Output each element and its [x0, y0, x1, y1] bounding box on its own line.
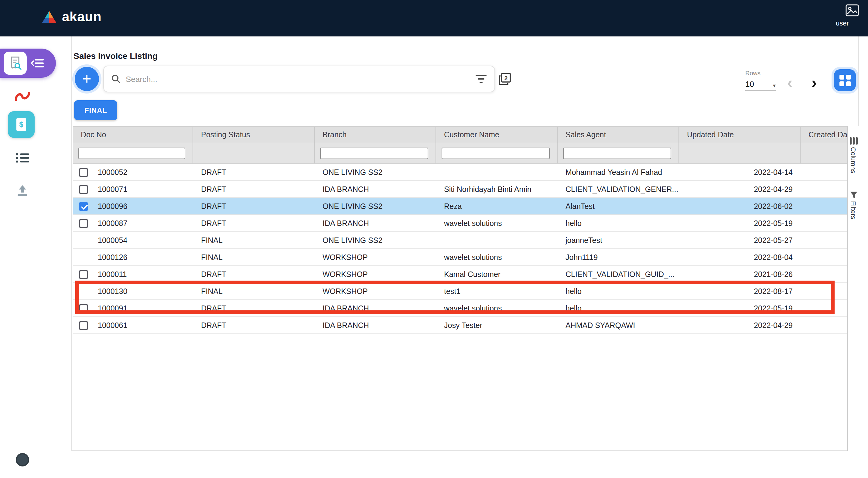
- columns-icon: [849, 137, 857, 145]
- doc-no-cell: 1000096: [73, 198, 193, 214]
- filter-input-customer-name[interactable]: [442, 148, 550, 159]
- customer-name-cell: Siti Norhidayah Binti Amin: [436, 181, 558, 197]
- row-checkbox[interactable]: [79, 185, 88, 194]
- pdf-icon: [14, 88, 31, 104]
- row-checkbox[interactable]: [79, 168, 88, 177]
- sidebar-item-sales-invoice-active[interactable]: $: [8, 111, 35, 138]
- row-checkbox-checked[interactable]: [79, 202, 88, 211]
- posting-status-cell: FINAL: [193, 283, 315, 299]
- updated-date-cell: 2021-08-26: [679, 266, 801, 282]
- created-date-cell: [801, 317, 847, 333]
- sidebar-item-upload[interactable]: [0, 185, 44, 197]
- updated-date-cell: 2022-04-29: [679, 181, 801, 197]
- search-input[interactable]: [126, 74, 470, 84]
- table-row-1000011[interactable]: 1000011DRAFTWORKSHOPKamal CustomerCLIENT…: [73, 266, 847, 283]
- filter-cell-sales-agent: [558, 144, 679, 163]
- filter-cell-updated-date: [679, 144, 801, 163]
- columns-panel-toggle[interactable]: Columns: [849, 137, 857, 173]
- brand-name: akaun: [62, 9, 101, 25]
- sidebar-active-app-pill[interactable]: [0, 49, 56, 78]
- table-row-1000130[interactable]: 1000130FINALWORKSHOPtest1hello2022-08-17: [73, 283, 847, 300]
- filter-list-button[interactable]: [475, 74, 487, 84]
- doc-no: 1000096: [98, 202, 127, 211]
- doc-no-cell: 1000091: [73, 300, 193, 316]
- customer-name-cell: Reza: [436, 198, 558, 214]
- filter-input-branch[interactable]: [320, 148, 428, 159]
- rows-per-page-value: 10: [745, 79, 754, 89]
- next-page-button[interactable]: ›: [811, 75, 817, 90]
- table-row-1000126[interactable]: 1000126FINALWORKSHOPwavelet solutionsJoh…: [73, 249, 847, 266]
- sidebar-item-pdf[interactable]: [0, 88, 44, 104]
- doc-no-cell: 1000011: [73, 266, 193, 282]
- filter-input-doc-no[interactable]: [79, 148, 185, 159]
- branch-cell: WORKSHOP: [315, 266, 436, 282]
- table-row-1000091[interactable]: 1000091DRAFTIDA BRANCHwavelet solutionsh…: [73, 300, 847, 317]
- doc-no: 1000087: [98, 219, 127, 227]
- table-header-row: Doc NoPosting StatusBranchCustomer NameS…: [73, 126, 847, 144]
- customer-name-cell: [436, 232, 558, 248]
- table-row-1000071[interactable]: 1000071DRAFTIDA BRANCHSiti Norhidayah Bi…: [73, 181, 847, 198]
- created-date-cell: [801, 249, 847, 265]
- search-box: [103, 66, 495, 92]
- created-date-cell: [801, 198, 847, 214]
- column-header-sales-agent[interactable]: Sales Agent: [558, 127, 679, 143]
- grid-view-button[interactable]: [834, 69, 856, 91]
- branch-cell: ONE LIVING SS2: [315, 198, 436, 214]
- created-date-cell: [801, 266, 847, 282]
- filter-input-sales-agent[interactable]: [563, 148, 671, 159]
- user-avatar[interactable]: user: [835, 3, 860, 30]
- doc-no: 1000011: [98, 270, 127, 279]
- table-row-1000087[interactable]: 1000087DRAFTIDA BRANCHwavelet solutionsh…: [73, 215, 847, 232]
- posting-status-cell: DRAFT: [193, 215, 315, 231]
- sales-agent-cell: joanneTest: [558, 232, 679, 248]
- filters-panel-label: Filters: [850, 201, 857, 220]
- posting-status-cell: DRAFT: [193, 164, 315, 181]
- copy-view-button[interactable]: 2: [497, 72, 513, 88]
- customer-name-cell: wavelet solutions: [436, 300, 558, 316]
- column-header-branch[interactable]: Branch: [315, 127, 436, 143]
- previous-page-button[interactable]: ‹: [787, 75, 793, 90]
- invoice-table-region: Doc NoPosting StatusBranchCustomer NameS…: [73, 126, 847, 451]
- created-date-cell: [801, 164, 847, 181]
- filter-cell-customer-name: [436, 144, 558, 163]
- updated-date-cell: 2022-05-19: [679, 215, 801, 231]
- brand-logo[interactable]: akaun: [41, 9, 101, 25]
- row-checkbox[interactable]: [79, 304, 88, 313]
- user-avatar-alt-text: user: [836, 20, 849, 27]
- top-navigation-bar: akaun user: [0, 0, 868, 36]
- updated-date-cell: 2022-04-14: [679, 164, 801, 181]
- doc-no: 1000071: [98, 185, 127, 193]
- filter-cell-created-date: [801, 144, 847, 163]
- table-row-1000052[interactable]: 1000052DRAFTONE LIVING SS2Mohammad Yeasi…: [73, 164, 847, 181]
- customer-name-cell: wavelet solutions: [436, 215, 558, 231]
- add-invoice-button[interactable]: +: [75, 67, 99, 91]
- sales-agent-cell: CLIENT_VALIDATION_GUID_...: [558, 266, 679, 282]
- doc-no: 1000061: [98, 321, 127, 329]
- sidebar-bottom-avatar[interactable]: [0, 453, 44, 467]
- table-side-panel: Columns Filters: [847, 126, 859, 451]
- doc-no-cell: 1000061: [73, 317, 193, 333]
- table-row-1000061[interactable]: 1000061DRAFTIDA BRANCHJosy TesterAHMAD S…: [73, 317, 847, 334]
- column-header-posting-status[interactable]: Posting Status: [193, 127, 315, 143]
- columns-panel-label: Columns: [850, 147, 857, 173]
- customer-name-cell: test1: [436, 283, 558, 299]
- row-checkbox[interactable]: [79, 270, 88, 279]
- invoice-table: Doc NoPosting StatusBranchCustomer NameS…: [73, 126, 847, 334]
- filters-panel-toggle[interactable]: Filters: [849, 192, 857, 220]
- table-row-1000054[interactable]: 1000054FINALONE LIVING SS2joanneTest2022…: [73, 232, 847, 249]
- column-header-customer-name[interactable]: Customer Name: [436, 127, 558, 143]
- final-status-button[interactable]: FINAL: [74, 100, 118, 120]
- row-checkbox[interactable]: [79, 219, 88, 228]
- rows-per-page-select[interactable]: 10 ▾: [745, 78, 776, 91]
- created-date-cell: [801, 215, 847, 231]
- column-header-updated-date[interactable]: Updated Date: [679, 127, 801, 143]
- sidebar-item-list[interactable]: [0, 153, 44, 163]
- table-row-1000096[interactable]: 1000096DRAFTONE LIVING SS2RezaAlanTest20…: [73, 198, 847, 215]
- copy-count: 2: [504, 75, 508, 82]
- row-checkbox[interactable]: [79, 321, 88, 330]
- customer-name-cell: wavelet solutions: [436, 249, 558, 265]
- column-header-doc-no[interactable]: Doc No: [73, 127, 193, 143]
- posting-status-cell: FINAL: [193, 249, 315, 265]
- menu-icon: [31, 58, 44, 68]
- column-header-created-date[interactable]: Created Date: [801, 127, 847, 143]
